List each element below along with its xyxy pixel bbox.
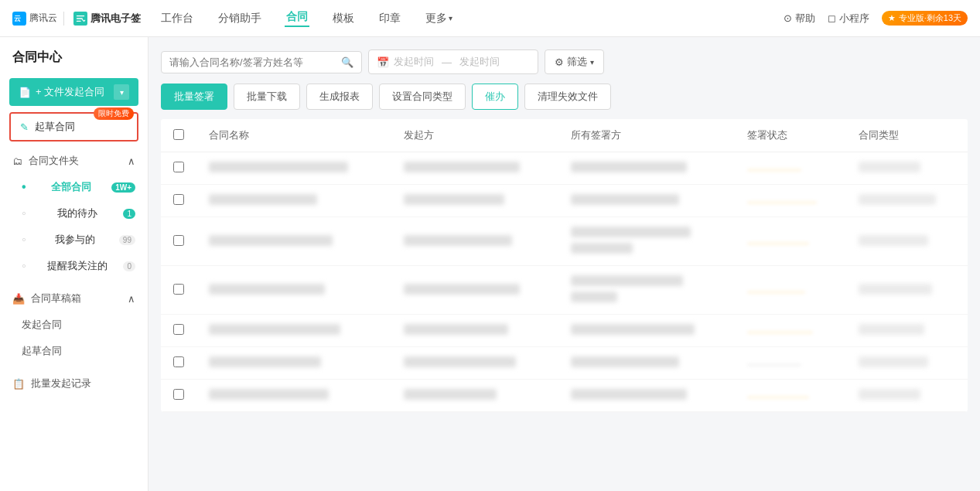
row-checkbox[interactable] [173, 235, 184, 246]
select-all-checkbox[interactable] [173, 129, 184, 140]
search-bar: 🔍 📅 发起时间 — 发起时间 ⚙ 筛选 ▾ [161, 49, 968, 74]
sidebar: 合同中心 📄 + 文件发起合同 ▾ ✎ 起草合同 限时免费 🗂 [0, 37, 149, 491]
batch-sign-button[interactable]: 批量签署 [161, 84, 227, 110]
chevron-down-icon-filter: ▾ [590, 58, 594, 66]
row-checkbox[interactable] [173, 194, 184, 205]
contracts-table: 合同名称 发起方 所有签署方 签署状态 合同类型 [161, 119, 968, 412]
nav-help[interactable]: ⊙ 帮助 [784, 12, 815, 26]
initiator-cell [404, 194, 504, 205]
batch-download-button[interactable]: 批量下载 [234, 84, 300, 110]
calendar-icon: 📅 [377, 56, 389, 68]
sidebar-title: 合同中心 [0, 49, 148, 78]
limited-badge: 限时免费 [94, 107, 134, 120]
my-todo-count: 1 [123, 209, 135, 219]
question-circle-icon: ⊙ [784, 12, 792, 24]
my-participated-count: 99 [119, 235, 135, 245]
chevron-down-icon: ▾ [449, 14, 452, 22]
col-signatories: 所有签署方 [558, 119, 735, 152]
signatories-cell [571, 275, 683, 286]
chevron-up-icon-2: ∧ [128, 293, 135, 305]
remind-button[interactable]: 催办 [472, 84, 518, 110]
remind-focus-count: 0 [123, 261, 135, 271]
svg-text:云: 云 [14, 15, 21, 22]
nav-miniprogram[interactable]: ◻ 小程序 [828, 12, 869, 26]
status-cell [747, 201, 817, 204]
folder-section-header[interactable]: 🗂 合同文件夹 ∧ [0, 148, 148, 174]
col-type: 合同类型 [846, 119, 968, 152]
nav-workbench[interactable]: 工作台 [159, 12, 195, 26]
sidebar-item-start-contract[interactable]: 发起合同 [0, 312, 148, 338]
nav-more[interactable]: 更多 ▾ [424, 12, 454, 26]
generate-report-button[interactable]: 生成报表 [306, 84, 373, 110]
table-row [161, 315, 968, 347]
pro-badge[interactable]: ★ 专业版·剩余13天 [882, 11, 968, 26]
type-cell [859, 389, 920, 400]
top-nav: 云 腾讯云 腾讯电子签 工作台 分销助手 合同 模板 印章 更多 ▾ ⊙ 帮助 … [0, 0, 980, 37]
logo-area: 云 腾讯云 腾讯电子签 [12, 12, 141, 26]
miniprogram-icon: ◻ [828, 12, 836, 24]
batch-icon: 📋 [12, 378, 25, 390]
dropdown-arrow-icon[interactable]: ▾ [114, 84, 129, 100]
contract-name-cell [209, 162, 348, 172]
contract-name-cell [209, 235, 333, 246]
signatories-cell [571, 324, 695, 335]
batch-records-section: 📋 批量发起记录 [0, 370, 148, 397]
nav-distribution[interactable]: 分销助手 [217, 12, 263, 26]
sidebar-item-draft-contract[interactable]: 起草合同 [0, 338, 148, 364]
all-contracts-count: 1W+ [111, 182, 135, 193]
search-input[interactable] [169, 56, 341, 68]
file-start-button[interactable]: 📄 + 文件发起合同 ▾ [9, 78, 138, 106]
esign-icon [73, 12, 87, 26]
esign-label: 腾讯电子签 [90, 12, 141, 26]
sidebar-item-remind-focus[interactable]: 提醒我关注的 0 [0, 253, 148, 279]
type-cell [859, 194, 936, 205]
sidebar-item-my-participated[interactable]: 我参与的 99 [0, 227, 148, 253]
row-checkbox[interactable] [173, 162, 184, 172]
nav-seal[interactable]: 印章 [377, 12, 402, 26]
main-layout: 合同中心 📄 + 文件发起合同 ▾ ✎ 起草合同 限时免费 🗂 [0, 37, 980, 491]
col-initiator: 发起方 [391, 119, 558, 152]
signatories-cell [571, 227, 691, 237]
esign-logo[interactable]: 腾讯电子签 [63, 12, 141, 26]
filter-button[interactable]: ⚙ 筛选 ▾ [545, 49, 604, 74]
initiator-cell [404, 324, 508, 335]
set-type-button[interactable]: 设置合同类型 [379, 84, 466, 110]
clear-invalid-button[interactable]: 清理失效文件 [524, 84, 611, 110]
type-cell [859, 235, 928, 246]
nav-menu: 工作台 分销助手 合同 模板 印章 更多 ▾ [159, 10, 784, 27]
filter-icon: ⚙ [555, 56, 564, 68]
nav-template[interactable]: 模板 [331, 12, 356, 26]
search-input-wrapper: 🔍 [161, 51, 362, 73]
contract-name-cell [209, 284, 325, 295]
select-all-header [161, 119, 196, 152]
status-cell [747, 242, 809, 245]
nav-right: ⊙ 帮助 ◻ 小程序 ★ 专业版·剩余13天 [784, 11, 968, 26]
row-checkbox[interactable] [173, 284, 184, 295]
batch-records-item[interactable]: 📋 批量发起记录 [0, 370, 148, 397]
row-checkbox[interactable] [173, 324, 184, 335]
tencent-cloud-label: 腾讯云 [29, 12, 57, 25]
table-row [161, 266, 968, 315]
type-cell [859, 284, 932, 295]
sidebar-item-my-todo[interactable]: 我的待办 1 [0, 200, 148, 227]
row-checkbox[interactable] [173, 389, 184, 400]
contract-name-cell [209, 324, 340, 335]
col-status: 签署状态 [735, 119, 847, 152]
status-cell [747, 396, 809, 399]
status-cell [747, 169, 801, 172]
sidebar-item-all-contracts[interactable]: 全部合同 1W+ [0, 174, 148, 200]
type-cell [859, 356, 928, 367]
draft-section-header[interactable]: 📥 合同草稿箱 ∧ [0, 285, 148, 312]
draft-item-wrapper: ✎ 起草合同 限时免费 [9, 112, 138, 142]
star-icon: ★ [888, 13, 896, 23]
nav-contract[interactable]: 合同 [285, 10, 309, 27]
action-bar: 批量签署 批量下载 生成报表 设置合同类型 催办 清理失效文件 [161, 84, 968, 110]
table-row [161, 347, 968, 380]
row-checkbox[interactable] [173, 356, 184, 367]
signatories-cell [571, 162, 687, 172]
tencent-cloud-logo[interactable]: 云 腾讯云 [12, 12, 57, 26]
initiator-cell [404, 235, 512, 246]
draft-box-section: 📥 合同草稿箱 ∧ 发起合同 起草合同 [0, 285, 148, 364]
contract-name-cell [209, 356, 321, 367]
date-picker-start[interactable]: 📅 发起时间 — 发起时间 [368, 49, 538, 74]
